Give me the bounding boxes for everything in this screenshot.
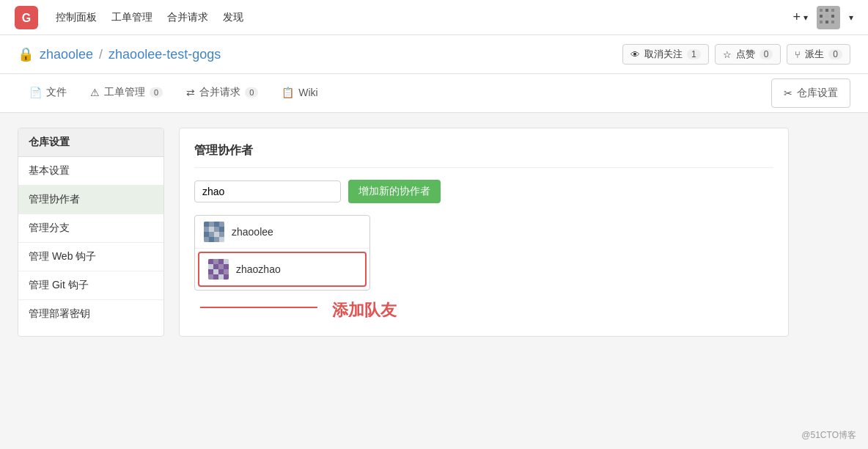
tab-issues[interactable]: ⚠ 工单管理 0 [78,77,174,109]
svg-rect-23 [214,232,219,237]
sidebar-item-basic[interactable]: 基本设置 [18,157,163,186]
fork-count: 0 [828,49,842,59]
svg-rect-6 [820,15,823,18]
repo-actions: 👁 取消关注 1 ☆ 点赞 0 ⑂ 派生 0 [622,44,850,65]
svg-rect-26 [209,237,214,242]
tab-settings-label: 仓库设置 [797,87,838,100]
svg-rect-44 [218,274,224,280]
user-avatar[interactable] [817,6,840,29]
pulls-badge: 0 [245,87,258,98]
svg-rect-45 [224,274,229,280]
nav-issues[interactable]: 工单管理 [111,11,152,24]
panel-title: 管理协作者 [194,143,773,168]
files-icon: 📄 [29,87,42,98]
sidebar-item-webhooks[interactable]: 管理 Web 钩子 [18,243,163,271]
main-content: 仓库设置 基本设置 管理协作者 管理分支 管理 Web 钩子 管理 Git 钩子… [0,113,806,351]
tab-right-section: ✂ 仓库设置 [771,74,850,112]
annotation-row: 添加队友 [194,293,773,321]
fork-icon: ⑂ [795,49,801,60]
sidebar: 仓库设置 基本设置 管理协作者 管理分支 管理 Web 钩子 管理 Git 钩子… [18,128,164,337]
repo-lock-icon: 🔒 [18,46,34,62]
svg-rect-8 [831,15,834,18]
navbar-links: 控制面板 工单管理 合并请求 发现 [56,11,775,24]
svg-rect-33 [224,259,229,264]
tab-wiki[interactable]: 📋 Wiki [270,78,329,109]
sidebar-item-collaborators[interactable]: 管理协作者 [18,186,163,214]
svg-rect-11 [831,21,834,23]
sidebar-title: 仓库设置 [18,128,163,157]
svg-rect-3 [820,9,823,12]
svg-rect-14 [209,222,214,227]
create-button[interactable]: + ▾ [792,10,808,25]
svg-rect-31 [213,259,218,264]
collaborator-search-input[interactable] [194,180,341,202]
svg-rect-35 [213,264,218,269]
svg-rect-28 [219,237,224,242]
tab-settings-button[interactable]: ✂ 仓库设置 [771,79,850,108]
fork-button[interactable]: ⑂ 派生 0 [787,44,850,65]
svg-rect-17 [204,227,209,232]
svg-rect-36 [218,264,224,269]
repo-tabs: 📄 文件 ⚠ 工单管理 0 ⇄ 合并请求 0 📋 Wiki ✂ 仓库设置 [0,74,868,113]
tab-pulls[interactable]: ⇄ 合并请求 0 [174,77,270,109]
svg-rect-19 [214,227,219,232]
sidebar-item-branches[interactable]: 管理分支 [18,214,163,243]
issues-badge: 0 [150,87,163,98]
svg-rect-9 [820,21,823,23]
tab-files-label: 文件 [46,86,67,99]
svg-rect-5 [831,9,834,12]
settings-scissor-icon: ✂ [784,87,792,99]
svg-rect-24 [219,232,224,237]
sidebar-item-git-hooks[interactable]: 管理 Git 钩子 [18,271,163,300]
repo-owner-link[interactable]: zhaoolee [40,47,93,62]
star-label: 点赞 [736,48,755,61]
svg-rect-20 [219,227,224,232]
zhaoolee-avatar [204,222,224,242]
star-button[interactable]: ☆ 点赞 0 [715,44,781,65]
nav-pulls[interactable]: 合并请求 [167,11,208,24]
fork-label: 派生 [805,48,824,61]
svg-rect-10 [825,21,828,23]
svg-rect-16 [219,222,224,227]
watch-label: 取消关注 [644,48,683,61]
svg-rect-21 [204,232,209,237]
pulls-icon: ⇄ [186,87,195,98]
repo-name-link[interactable]: zhaoolee-test-gogs [108,47,221,62]
annotation-line [200,307,317,308]
issues-icon: ⚠ [90,87,100,98]
collaborator-dropdown: zhaoolee [194,215,370,291]
watch-button[interactable]: 👁 取消关注 1 [622,44,709,65]
svg-rect-41 [224,269,229,274]
zhaozhao-avatar [208,259,229,280]
sidebar-item-deploy-keys[interactable]: 管理部署密钥 [18,300,163,328]
repo-header: 🔒 zhaoolee / zhaoolee-test-gogs 👁 取消关注 1… [0,35,868,74]
svg-rect-43 [213,274,218,280]
breadcrumb-separator: / [99,47,103,62]
logo[interactable]: G [15,6,38,29]
nav-dashboard[interactable]: 控制面板 [56,11,97,24]
star-icon: ☆ [723,49,732,60]
svg-text:G: G [22,12,31,24]
annotation-text: 添加队友 [332,299,397,321]
avatar-chevron[interactable]: ▾ [849,12,853,23]
svg-rect-18 [209,227,214,232]
svg-rect-4 [825,9,828,12]
search-row: 增加新的协作者 [194,180,773,203]
navbar: G 控制面板 工单管理 合并请求 发现 + ▾ ▾ [0,0,868,35]
star-count: 0 [760,49,773,59]
wiki-icon: 📋 [282,87,294,98]
dropdown-item-zhaozhao[interactable]: zhaozhao [198,252,367,287]
dropdown-item-zhaoolee[interactable]: zhaoolee [195,216,369,249]
tab-issues-label: 工单管理 [104,86,145,99]
add-collaborator-button[interactable]: 增加新的协作者 [348,180,441,203]
watch-icon: 👁 [630,49,640,60]
svg-rect-25 [204,237,209,242]
svg-rect-37 [224,264,229,269]
svg-rect-38 [208,269,213,274]
svg-rect-32 [218,259,224,264]
svg-rect-22 [209,232,214,237]
zhaozhao-username: zhaozhao [236,263,281,275]
nav-explore[interactable]: 发现 [223,11,243,24]
tab-files[interactable]: 📄 文件 [18,77,78,109]
watch-count: 1 [687,49,701,59]
